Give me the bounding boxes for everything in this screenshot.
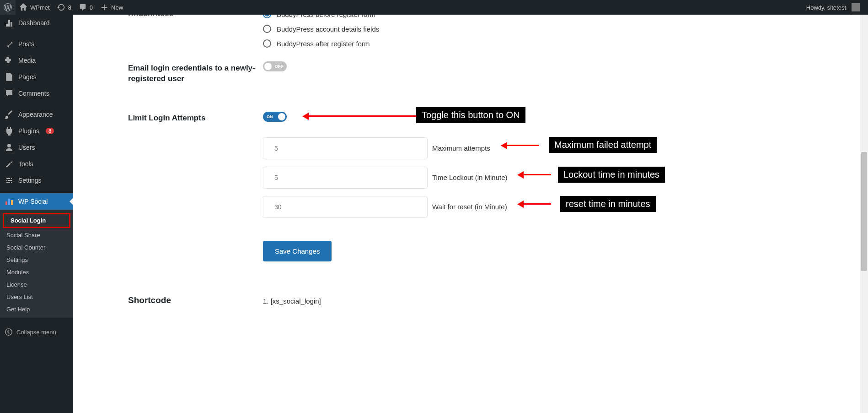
shortcode-heading: Shortcode: [128, 293, 263, 305]
toggle-email-creds[interactable]: OFF: [263, 61, 287, 71]
sub-social-login[interactable]: Social Login: [4, 214, 69, 227]
new-content[interactable]: New: [96, 0, 127, 15]
comment-icon: [79, 3, 87, 11]
new-label: New: [111, 4, 123, 11]
input-lockout[interactable]: [263, 167, 428, 189]
svg-point-3: [5, 329, 12, 335]
sub-modules[interactable]: Modules: [0, 266, 73, 278]
menu-comments[interactable]: Comments: [0, 85, 73, 102]
dashboard-icon: [5, 18, 14, 27]
buddypress-radio-group: BuddyPress before register form BuddyPre…: [263, 15, 813, 48]
content-area: BuddyPress BuddyPress before register fo…: [73, 15, 868, 413]
toggle-on-text: ON: [267, 114, 273, 119]
howdy[interactable]: Howdy, sitetest: [803, 0, 863, 15]
site-name-text: WPmet: [30, 4, 50, 11]
save-button[interactable]: Save Changes: [263, 241, 332, 261]
radio-icon: [263, 39, 271, 48]
sub-license[interactable]: License: [0, 278, 73, 291]
updates[interactable]: 8: [54, 0, 75, 15]
svg-rect-1: [8, 199, 10, 205]
media-icon: [5, 56, 14, 65]
menu-pages[interactable]: Pages: [0, 69, 73, 85]
buddypress-heading: BuddyPress: [128, 15, 263, 16]
radio-bp-before[interactable]: BuddyPress before register form: [263, 15, 813, 18]
shortcode-item: 1. [xs_social_login]: [263, 293, 813, 309]
avatar: [852, 3, 860, 11]
collapse-label: Collapse menu: [16, 329, 56, 336]
menu-plugins-label: Plugins: [18, 127, 39, 135]
sub-social-share[interactable]: Social Share: [0, 229, 73, 241]
toggle-off-text: OFF: [275, 64, 283, 69]
collapse-icon: [5, 328, 13, 336]
max-attempts-label: Maximum attempts: [432, 144, 490, 152]
lockout-label: Time Lockout (in Minute): [432, 174, 508, 181]
menu-appearance-label: Appearance: [18, 111, 53, 118]
svg-rect-2: [11, 200, 13, 205]
radio-bp-before-label: BuddyPress before register form: [277, 15, 375, 18]
toggle-limit-login[interactable]: ON: [263, 112, 287, 122]
plus-icon: [100, 3, 108, 11]
plugin-icon: [5, 126, 14, 136]
scrollbar-thumb[interactable]: [861, 152, 867, 271]
comments-count: 0: [90, 4, 93, 11]
wpsocial-icon: [5, 197, 14, 206]
sub-users-list[interactable]: Users List: [0, 291, 73, 303]
menu-appearance[interactable]: Appearance: [0, 106, 73, 123]
email-creds-label: Email login credentials to a newly-regis…: [128, 61, 263, 84]
scrollbar[interactable]: [860, 15, 868, 413]
pin-icon: [5, 39, 14, 49]
reset-label: Wait for reset (in Minute): [432, 203, 507, 211]
tools-icon: [5, 159, 14, 168]
radio-bp-account-label: BuddyPress account details fields: [277, 25, 379, 33]
collapse-menu[interactable]: Collapse menu: [0, 324, 73, 340]
brush-icon: [5, 110, 14, 119]
comment-icon: [5, 89, 14, 98]
menu-dashboard[interactable]: Dashboard: [0, 15, 73, 31]
page-icon: [5, 72, 14, 82]
menu-dashboard-label: Dashboard: [18, 19, 50, 27]
menu-media-label: Media: [18, 57, 36, 64]
limit-login-label: Limit Login Attempts: [128, 112, 263, 123]
wordpress-icon: [4, 3, 12, 11]
radio-bp-after-label: BuddyPress after register form: [277, 40, 370, 48]
menu-plugins[interactable]: Plugins 8: [0, 123, 73, 139]
menu-settings[interactable]: Settings: [0, 172, 73, 189]
admin-menu: Dashboard Posts Media Pages Comments App…: [0, 15, 73, 413]
admin-bar: WPmet 8 0 New Howdy, sitetest: [0, 0, 868, 15]
sub-get-help[interactable]: Get Help: [0, 303, 73, 315]
input-reset[interactable]: [263, 196, 428, 218]
menu-settings-label: Settings: [18, 177, 42, 184]
menu-media[interactable]: Media: [0, 52, 73, 69]
updates-count: 8: [68, 4, 71, 11]
menu-users-label: Users: [18, 144, 35, 151]
comments-bubble[interactable]: 0: [75, 0, 96, 15]
svg-rect-0: [5, 201, 7, 205]
menu-comments-label: Comments: [18, 90, 49, 97]
sub-social-counter[interactable]: Social Counter: [0, 241, 73, 254]
menu-tools[interactable]: Tools: [0, 156, 73, 172]
users-icon: [5, 143, 14, 152]
sub-settings[interactable]: Settings: [0, 254, 73, 266]
menu-users[interactable]: Users: [0, 139, 73, 156]
menu-wpsocial-label: WP Social: [18, 198, 48, 205]
menu-pages-label: Pages: [18, 73, 37, 81]
wp-logo[interactable]: [0, 0, 16, 15]
update-icon: [57, 3, 65, 11]
radio-icon: [263, 15, 271, 18]
radio-bp-account[interactable]: BuddyPress account details fields: [263, 25, 813, 33]
menu-posts-label: Posts: [18, 40, 34, 48]
submenu-wpsocial: Social Login Social Share Social Counter…: [0, 210, 73, 318]
plugins-badge: 8: [46, 128, 54, 134]
settings-icon: [5, 176, 14, 185]
radio-bp-after[interactable]: BuddyPress after register form: [263, 39, 813, 48]
menu-wpsocial[interactable]: WP Social: [0, 193, 73, 210]
menu-posts[interactable]: Posts: [0, 36, 73, 52]
home-icon: [19, 3, 27, 11]
callout-toggle: Toggle this button to ON: [416, 107, 525, 123]
input-max-attempts[interactable]: [263, 137, 428, 159]
radio-icon: [263, 25, 271, 33]
toggle-knob: [264, 63, 272, 70]
site-name[interactable]: WPmet: [16, 0, 54, 15]
howdy-text: Howdy, sitetest: [806, 4, 846, 11]
toggle-knob: [278, 113, 285, 120]
